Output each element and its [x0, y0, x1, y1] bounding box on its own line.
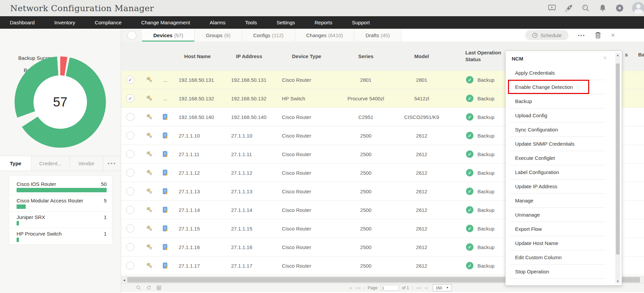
row-checkbox[interactable]: [126, 206, 134, 214]
delete-icon[interactable]: [595, 31, 601, 39]
nav-item[interactable]: Reports: [305, 16, 342, 29]
row-dots-icon[interactable]: ...: [163, 77, 168, 83]
presentation-icon[interactable]: [548, 4, 556, 13]
sidebar-tab[interactable]: Vendor: [70, 156, 103, 171]
rocket-icon[interactable]: [564, 4, 573, 13]
config-template-icon[interactable]: [163, 188, 168, 194]
row-checkbox[interactable]: [126, 169, 134, 177]
menu-item[interactable]: Sync Configuration: [510, 123, 605, 137]
menu-item[interactable]: Update IP Address: [510, 179, 605, 194]
bell-icon[interactable]: [598, 4, 607, 13]
cell-device-type: Cisco Router: [274, 263, 339, 269]
scroll-up-icon[interactable]: ▲: [615, 53, 620, 57]
credentials-keys-icon[interactable]: [146, 170, 153, 176]
config-template-icon[interactable]: [163, 263, 168, 269]
grid-view-icon[interactable]: [156, 285, 161, 290]
nav-item[interactable]: Inventory: [44, 16, 85, 29]
view-tab[interactable]: Drafts (45): [354, 29, 401, 42]
device-type-item[interactable]: Cisco Modular Access Router 5: [9, 195, 112, 212]
menu-item[interactable]: Stop Operation: [510, 265, 605, 279]
view-tab[interactable]: Groups (9): [195, 29, 242, 42]
row-checkbox[interactable]: [126, 150, 134, 158]
last-page-icon[interactable]: ►|: [424, 286, 427, 290]
nav-item[interactable]: Tools: [235, 16, 267, 29]
credentials-keys-icon[interactable]: [146, 244, 153, 250]
config-template-icon[interactable]: [163, 207, 168, 213]
menu-item[interactable]: Update SNMP Credentials: [510, 137, 605, 151]
menu-item[interactable]: Manage: [510, 194, 605, 208]
config-template-icon[interactable]: [163, 225, 168, 231]
device-type-item[interactable]: Cisco IOS Router 50: [9, 178, 112, 195]
more-actions-icon[interactable]: •••: [578, 32, 585, 38]
credentials-keys-icon[interactable]: [146, 207, 153, 213]
sidebar-more-tabs-icon[interactable]: •••: [103, 156, 121, 171]
credentials-keys-icon[interactable]: [146, 188, 153, 195]
gear-icon[interactable]: [615, 4, 624, 13]
menu-item[interactable]: Enable Change Detection: [510, 80, 605, 94]
close-icon[interactable]: ×: [611, 32, 615, 39]
config-template-icon[interactable]: [163, 132, 168, 139]
scroll-down-icon[interactable]: ▼: [615, 279, 620, 284]
select-all-checkbox[interactable]: [127, 31, 136, 40]
menu-close-icon[interactable]: ×: [603, 55, 607, 61]
first-page-icon[interactable]: |◄: [349, 286, 352, 290]
credentials-keys-icon[interactable]: [146, 114, 153, 120]
menu-item[interactable]: Edit Custom Column: [510, 250, 605, 265]
nav-item[interactable]: Dashboard: [0, 16, 44, 29]
row-checkbox[interactable]: [126, 224, 134, 233]
header-partial-text-1: s: [625, 52, 628, 57]
credentials-keys-icon[interactable]: [146, 95, 153, 102]
menu-item[interactable]: Update Host Name: [510, 236, 605, 250]
config-template-icon[interactable]: [163, 170, 168, 176]
credentials-keys-icon[interactable]: [146, 77, 153, 83]
menu-item[interactable]: Upload Config: [510, 108, 605, 123]
user-avatar[interactable]: [632, 2, 644, 14]
row-checkbox[interactable]: [126, 187, 134, 195]
view-tab[interactable]: Changes (6410): [295, 29, 354, 42]
row-checkbox[interactable]: [126, 243, 134, 251]
config-template-icon[interactable]: [163, 244, 168, 250]
nav-item[interactable]: Support: [342, 16, 380, 29]
next-page-icon[interactable]: ►►: [416, 286, 422, 290]
view-tab[interactable]: Devices (57): [142, 29, 195, 42]
backup-status-donut-chart[interactable]: 57: [15, 56, 106, 148]
menu-item[interactable]: Execute Configlet: [510, 151, 605, 165]
row-dots-icon[interactable]: ...: [163, 96, 168, 101]
row-checkbox[interactable]: [126, 94, 134, 102]
nav-item[interactable]: Compliance: [85, 16, 131, 29]
menu-item[interactable]: Unmanage: [510, 208, 605, 222]
menu-item[interactable]: Label Configuration: [510, 165, 605, 179]
menu-scrollbar[interactable]: ▲ ▼: [615, 53, 620, 284]
prev-page-icon[interactable]: ◄◄: [355, 286, 360, 290]
credentials-keys-icon[interactable]: [146, 151, 153, 157]
credentials-keys-icon[interactable]: [146, 225, 153, 232]
credentials-keys-icon[interactable]: [146, 263, 153, 269]
refresh-icon[interactable]: [146, 285, 151, 290]
menu-item[interactable]: Export Flow: [510, 222, 605, 236]
menu-scrollbar-thumb[interactable]: [616, 64, 620, 254]
row-checkbox[interactable]: [126, 113, 134, 121]
device-type-item[interactable]: Juniper SRX 1: [9, 212, 112, 228]
sidebar-tab[interactable]: Type: [0, 156, 31, 171]
credentials-keys-icon[interactable]: [146, 132, 153, 139]
nav-item[interactable]: Change Management: [131, 16, 200, 29]
config-template-icon[interactable]: [163, 151, 168, 157]
sidebar-tab[interactable]: Credent...: [31, 156, 70, 171]
nav-item[interactable]: Settings: [267, 16, 305, 29]
zoom-search-icon[interactable]: [136, 285, 141, 290]
device-type-item[interactable]: HP Procurve Switch 1: [9, 228, 112, 244]
row-checkbox[interactable]: [126, 262, 134, 270]
schedule-button[interactable]: Schedule: [525, 30, 569, 40]
search-icon[interactable]: [581, 4, 590, 13]
tab-count: (57): [174, 32, 183, 38]
nav-item[interactable]: Alarms: [200, 16, 236, 29]
menu-item[interactable]: Apply Credentials: [510, 66, 605, 80]
scroll-left-arrow-icon[interactable]: ◄: [121, 276, 127, 284]
page-number-input[interactable]: [381, 285, 399, 291]
menu-item[interactable]: Backup: [510, 94, 605, 108]
page-size-select[interactable]: 150 ▼: [433, 284, 452, 291]
config-template-icon[interactable]: [163, 114, 168, 120]
row-checkbox[interactable]: [126, 76, 134, 84]
row-checkbox[interactable]: [126, 131, 134, 140]
view-tab[interactable]: Configs (112): [242, 29, 295, 42]
